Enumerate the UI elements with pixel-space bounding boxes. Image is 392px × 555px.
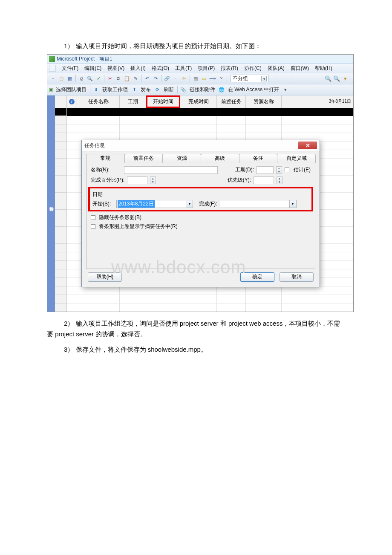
system-menu-icon[interactable]	[49, 65, 56, 72]
preview-icon[interactable]: 🔍	[86, 75, 94, 82]
attachment-icon[interactable]: 📎	[179, 86, 187, 93]
menu-format[interactable]: 格式(O)	[149, 64, 172, 72]
menu-collab[interactable]: 协作(C)	[242, 64, 264, 72]
goto-icon[interactable]: ⟶	[209, 75, 216, 82]
task-info-dialog: 任务信息 ✕ 常规 前置任务 资源 高级 备注 自定义域 名称(N):	[81, 140, 320, 287]
tab-notes[interactable]: 备注	[239, 154, 278, 163]
app-icon	[49, 56, 55, 62]
link-icon[interactable]: 🔗	[163, 75, 171, 82]
new-icon[interactable]: ▫	[49, 75, 57, 82]
scroll-task-icon[interactable]: ▾	[341, 75, 349, 82]
duration-spinner[interactable]: ▴▾	[276, 166, 282, 174]
col-taskname[interactable]: 任务名称	[77, 95, 120, 108]
dialog-title: 任务信息	[84, 142, 105, 149]
close-button[interactable]: ✕	[298, 142, 317, 149]
dialog-titlebar[interactable]: 任务信息 ✕	[82, 140, 320, 151]
web-open-button[interactable]: 在 Web Access 中打开	[226, 86, 281, 93]
app-title: Microsoft Project - 项目1	[57, 55, 112, 63]
tab-res[interactable]: 资源	[162, 154, 201, 163]
get-items-icon[interactable]: ⬇	[92, 86, 100, 93]
rollup-label: 将条形图上卷显示于摘要任务中(R)	[99, 223, 178, 230]
start-date-combo[interactable]: 2013年8月22日 ▾	[116, 200, 193, 208]
priority-spinner[interactable]: ▴▾	[277, 176, 282, 184]
row-headers	[55, 95, 67, 312]
menu-file[interactable]: 文件(F)	[59, 64, 81, 72]
name-input[interactable]	[124, 166, 218, 174]
menu-tools[interactable]: 工具(T)	[173, 64, 194, 72]
publish-button[interactable]: 发布	[139, 86, 153, 93]
publish-icon[interactable]: ⬆	[130, 86, 138, 93]
format-painter-icon[interactable]: ✎	[132, 75, 139, 82]
open-icon[interactable]: ▢	[58, 75, 65, 82]
priority-input[interactable]	[254, 176, 274, 184]
tab-adv[interactable]: 高级	[201, 154, 239, 163]
app-screenshot: Microsoft Project - 项目1 文件(F) 编辑(E) 视图(V…	[47, 54, 354, 312]
step3-text: 3） 保存文件，将文件保存为 shoolwebside.mpp。	[47, 344, 345, 355]
percent-input[interactable]	[127, 176, 147, 184]
toolbar-overflow-icon[interactable]: ▾	[282, 86, 289, 93]
chevron-down-icon: ▾	[186, 200, 193, 208]
cut-icon[interactable]: ✂	[106, 75, 114, 82]
redo-icon[interactable]: ↷	[152, 75, 159, 82]
name-label: 名称(N):	[91, 166, 121, 173]
menubar: 文件(F) 编辑(E) 视图(V) 插入(I) 格式(O) 工具(T) 项目(P…	[47, 64, 353, 73]
hide-bar-checkbox[interactable]	[91, 215, 95, 220]
col-pred[interactable]: 前置任务	[217, 95, 246, 108]
col-res[interactable]: 资源名称	[246, 95, 282, 108]
menu-view[interactable]: 视图(V)	[105, 64, 127, 72]
team-project-icon[interactable]: ▣	[49, 86, 53, 93]
undo-icon[interactable]: ↶	[143, 75, 151, 82]
col-timescale[interactable]: 3年8月11日	[282, 95, 353, 108]
help-button[interactable]: 帮助(H)	[88, 272, 122, 282]
paste-icon[interactable]: 📋	[123, 75, 131, 82]
menu-team[interactable]: 团队(A)	[265, 64, 287, 72]
titlebar: Microsoft Project - 项目1	[47, 55, 353, 64]
menu-insert[interactable]: 插入(I)	[128, 64, 148, 72]
dates-highlight: 日期 开始(S): 2013年8月22日 ▾ 完成(F): ▾	[88, 187, 313, 211]
select-team-button[interactable]: 选择团队项目	[54, 86, 88, 93]
unlink-icon[interactable]: ⋮	[172, 75, 179, 82]
menu-help[interactable]: 帮助(H)	[312, 64, 335, 72]
hide-bar-label: 隐藏任务条形图(B)	[99, 214, 141, 221]
refresh-icon[interactable]: ⟳	[153, 86, 161, 93]
duration-label: 工期(D):	[235, 166, 254, 173]
ok-button[interactable]: 确定	[240, 272, 274, 282]
start-date-value: 2013年8月22日	[118, 200, 155, 208]
copy-icon[interactable]: ⧉	[115, 75, 122, 82]
info-icon[interactable]: ▤	[192, 75, 199, 82]
percent-spinner[interactable]: ▴▾	[150, 176, 156, 184]
estimate-checkbox[interactable]	[285, 168, 289, 172]
menu-report[interactable]: 报表(R)	[218, 64, 241, 72]
step1-text: 1） 输入项目开始时间，将日期调整为项目的预计开始日期。如下图：	[47, 40, 345, 52]
split-icon[interactable]: ✄	[180, 75, 188, 82]
tab-general[interactable]: 常规	[86, 154, 125, 163]
menu-window[interactable]: 窗口(W)	[288, 64, 311, 72]
zoom-in-icon[interactable]: 🔍	[324, 75, 332, 82]
view-bar[interactable]: 甘特图	[47, 95, 55, 312]
col-info[interactable]: i	[67, 95, 77, 108]
web-icon[interactable]: 🌐	[218, 86, 225, 93]
menu-project[interactable]: 项目(P)	[195, 64, 217, 72]
cancel-button[interactable]: 取消	[280, 272, 314, 282]
priority-label: 优先级(Y):	[228, 176, 251, 184]
col-start[interactable]: 开始时间	[146, 95, 180, 108]
zoom-out-icon[interactable]: 🔍	[333, 75, 340, 82]
spell-icon[interactable]: ✓	[95, 75, 102, 82]
group-filter[interactable]: 不分组 ▾	[231, 75, 269, 82]
links-button[interactable]: 链接和附件	[188, 86, 217, 93]
save-icon[interactable]: ▦	[66, 75, 74, 82]
get-items-button[interactable]: 获取工作项	[101, 86, 130, 93]
finish-date-combo[interactable]: ▾	[220, 200, 297, 208]
print-icon[interactable]: ⎙	[78, 75, 85, 82]
duration-input[interactable]	[257, 166, 274, 174]
refresh-button[interactable]: 刷新	[162, 86, 176, 93]
tab-custom[interactable]: 自定义域	[277, 154, 316, 163]
collab-toolbar: ▣ 选择团队项目 ⬇ 获取工作项 ⬆ 发布 ⟳ 刷新 📎 链接和附件 🌐 在 W…	[47, 84, 353, 95]
help-toolbar-icon[interactable]: ?	[217, 75, 225, 82]
col-duration[interactable]: 工期	[120, 95, 146, 108]
rollup-checkbox[interactable]	[91, 224, 95, 229]
col-finish[interactable]: 完成时间	[180, 95, 217, 108]
tab-pred[interactable]: 前置任务	[124, 154, 163, 163]
note-icon[interactable]: ▭	[200, 75, 208, 82]
menu-edit[interactable]: 编辑(E)	[82, 64, 104, 72]
